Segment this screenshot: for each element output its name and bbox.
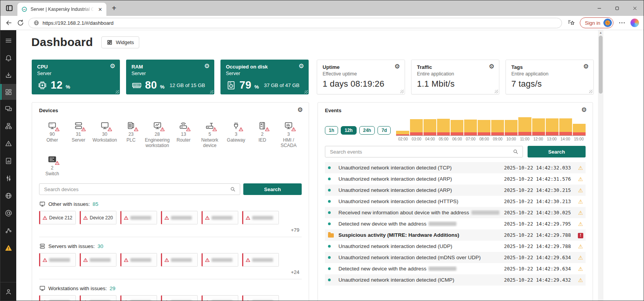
- more-menu-icon[interactable]: [618, 19, 626, 27]
- card-settings-gear-icon[interactable]: ⚙: [395, 63, 400, 70]
- events-search-field[interactable]: [325, 146, 523, 157]
- device-type-server[interactable]: 31 Server: [65, 121, 92, 149]
- address-bar[interactable]: https://192.168.2.1/#/dashboard: [28, 18, 562, 28]
- range-button-1h[interactable]: 1h: [325, 126, 338, 135]
- tab-close-icon[interactable]: ✕: [97, 7, 103, 12]
- event-row[interactable]: Unauthorized network interaction detecte…: [325, 196, 586, 207]
- events-search-button[interactable]: Search: [528, 146, 586, 157]
- event-row[interactable]: Received new information about device wi…: [325, 207, 586, 218]
- event-row[interactable]: Unauthorized network interaction detecte…: [325, 241, 586, 252]
- device-chip[interactable]: [120, 253, 157, 267]
- device-chip[interactable]: Device 212: [39, 211, 76, 224]
- chart-bar-07:00[interactable]: [464, 120, 477, 135]
- devices-settings-gear-icon[interactable]: ⚙: [297, 107, 303, 113]
- refresh-icon[interactable]: [17, 19, 24, 27]
- back-icon[interactable]: [5, 19, 13, 27]
- chart-bar-15:00[interactable]: [573, 124, 586, 135]
- device-chip[interactable]: [80, 295, 116, 301]
- device-chip[interactable]: [242, 253, 279, 267]
- browser-tab[interactable]: Server | Kaspersky Industrial Cybe ✕: [17, 3, 106, 16]
- scroll-up-arrow-icon[interactable]: ▲: [598, 31, 603, 34]
- copilot-icon[interactable]: [630, 19, 639, 27]
- sidebar-item-account[interactable]: [0, 282, 16, 301]
- chart-bar-05:00[interactable]: [437, 119, 450, 135]
- device-type-switch[interactable]: 2 Switch: [39, 155, 65, 176]
- close-window-icon[interactable]: [626, 0, 644, 16]
- device-type-workstation[interactable]: 30 Workstation: [92, 121, 118, 149]
- device-type-ied[interactable]: 2 IED: [249, 121, 275, 149]
- event-row[interactable]: Detected new device with the address 202…: [325, 263, 586, 274]
- device-chip[interactable]: [242, 295, 279, 301]
- chart-bar-10:00[interactable]: [505, 120, 518, 135]
- sidebar-item-risks[interactable]: [0, 135, 16, 152]
- devices-search-button[interactable]: Search: [243, 183, 302, 195]
- device-chip[interactable]: [39, 295, 76, 301]
- device-chip[interactable]: [120, 295, 157, 301]
- chart-bar-14:00[interactable]: [559, 118, 572, 135]
- device-chip[interactable]: [161, 253, 198, 267]
- devices-search-field[interactable]: [39, 183, 240, 195]
- device-chip[interactable]: [202, 211, 238, 224]
- device-type-hmi-scada[interactable]: 3 HMI / SCADA: [275, 121, 302, 149]
- chart-bar-02:00[interactable]: [396, 131, 409, 135]
- device-type-engineering-workstation[interactable]: 28 Engineering workstation: [144, 121, 171, 149]
- events-settings-gear-icon[interactable]: ⚙: [581, 107, 587, 113]
- widgets-button[interactable]: Widgets: [101, 36, 139, 48]
- chart-bar-06:00[interactable]: [451, 120, 463, 135]
- device-chip[interactable]: [202, 253, 238, 267]
- device-type-network-device[interactable]: 5 Network device: [196, 121, 223, 149]
- issue-group-count[interactable]: 85: [92, 201, 98, 207]
- chart-bar-12:00[interactable]: [532, 118, 545, 135]
- event-row[interactable]: Unauthorized network interaction detecte…: [325, 252, 586, 263]
- card-settings-gear-icon[interactable]: ⚙: [204, 63, 210, 69]
- devices-search-input[interactable]: [43, 186, 230, 193]
- event-row[interactable]: Unauthorized network interaction detecte…: [325, 185, 586, 196]
- sidebar-item-dashboard[interactable]: [0, 84, 16, 100]
- new-tab-icon[interactable]: +: [112, 4, 116, 12]
- sidebar-item-warnings[interactable]: [0, 239, 16, 257]
- sidebar-item-reports[interactable]: [0, 152, 16, 169]
- sidebar-item-menu[interactable]: [0, 32, 16, 49]
- more-devices-link[interactable]: +79: [39, 227, 302, 233]
- issue-group-count[interactable]: 29: [109, 286, 115, 291]
- chart-bar-13:00[interactable]: [546, 118, 559, 135]
- card-settings-gear-icon[interactable]: ⚙: [489, 63, 494, 70]
- range-button-24h[interactable]: 24h: [359, 126, 375, 135]
- events-search-input[interactable]: [329, 149, 512, 155]
- sidebar-item-addresses[interactable]: [0, 204, 16, 222]
- chart-bar-09:00[interactable]: [491, 120, 504, 135]
- tab-workspaces-icon[interactable]: [5, 4, 14, 12]
- device-chip[interactable]: [39, 253, 76, 267]
- device-chip[interactable]: [161, 211, 198, 224]
- chart-bar-11:00[interactable]: [518, 117, 531, 135]
- chart-bar-03:00[interactable]: [410, 119, 423, 135]
- favorites-icon[interactable]: [567, 19, 575, 27]
- sidebar-item-event-types[interactable]: [0, 169, 16, 187]
- device-type-gateway[interactable]: 3 Gateway: [223, 121, 249, 149]
- card-settings-gear-icon[interactable]: ⚙: [583, 63, 589, 70]
- range-button-7d[interactable]: 7d: [378, 126, 391, 135]
- event-row[interactable]: Unauthorized network interaction detecte…: [325, 162, 586, 173]
- device-chip[interactable]: [161, 295, 198, 301]
- card-settings-gear-icon[interactable]: ⚙: [299, 63, 304, 69]
- event-row[interactable]: Unauthorized network interaction detecte…: [325, 173, 586, 185]
- chart-bar-08:00[interactable]: [478, 120, 490, 135]
- device-chip[interactable]: [120, 211, 157, 224]
- event-row[interactable]: Unauthorized network interaction detecte…: [325, 274, 586, 286]
- device-chip[interactable]: [80, 253, 116, 267]
- range-button-12h[interactable]: 12h: [341, 126, 357, 135]
- event-row[interactable]: Detected new device with the address 202…: [325, 218, 586, 229]
- device-chip[interactable]: Device 220: [80, 211, 116, 224]
- device-type-other[interactable]: 90 Other: [39, 121, 65, 149]
- device-chip[interactable]: [202, 295, 238, 301]
- card-settings-gear-icon[interactable]: ⚙: [110, 63, 115, 69]
- sidebar-item-network-control[interactable]: [0, 187, 16, 204]
- device-chip[interactable]: [242, 211, 279, 224]
- device-type-plc[interactable]: 23 PLC: [118, 121, 144, 149]
- page-scrollbar[interactable]: ▲: [598, 30, 603, 301]
- scrollbar-thumb[interactable]: [599, 36, 603, 94]
- issue-group-count[interactable]: 30: [97, 243, 103, 249]
- event-row[interactable]: Suspicious activity (MITRE: Hardware Add…: [325, 229, 586, 241]
- sidebar-item-connections[interactable]: [0, 222, 16, 239]
- more-devices-link[interactable]: +24: [39, 269, 302, 275]
